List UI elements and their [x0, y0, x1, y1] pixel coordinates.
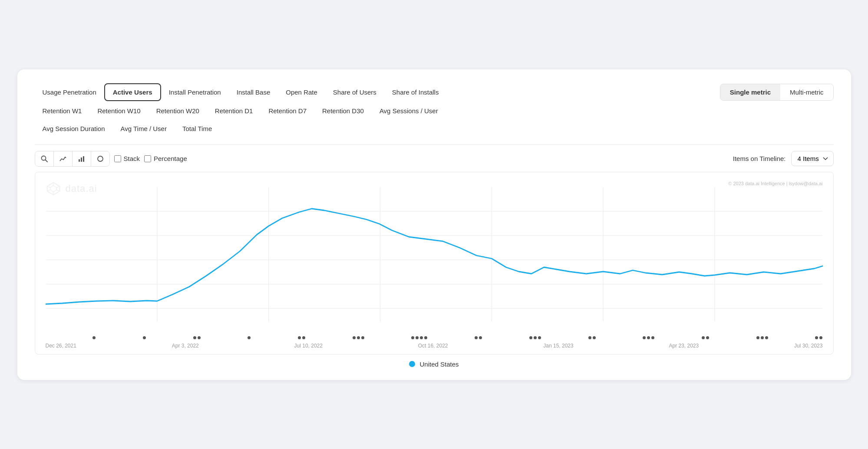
- svg-rect-3: [81, 157, 82, 162]
- timeline-dot: [765, 336, 768, 339]
- zoom-icon: [40, 155, 48, 163]
- timeline-dot: [361, 336, 364, 339]
- x-label-1: Apr 3, 2022: [172, 343, 199, 349]
- timeline-dot: [706, 336, 709, 339]
- x-label-2: Jul 10, 2022: [294, 343, 323, 349]
- svg-line-1: [45, 160, 47, 162]
- timeline-dot: [588, 336, 591, 339]
- percentage-label: Percentage: [154, 155, 187, 162]
- main-card: Usage Penetration Active Users Install P…: [17, 69, 851, 380]
- tab-open-rate[interactable]: Open Rate: [278, 84, 325, 100]
- timeline-dot: [248, 336, 251, 339]
- timeline-dot: [92, 336, 96, 339]
- timeline-dot: [647, 336, 650, 339]
- timeline-controls: Items on Timeline: 1 Item 2 Items 3 Item…: [733, 151, 834, 166]
- tab-retention-d1[interactable]: Retention D1: [207, 103, 261, 119]
- tabs-row1: Usage Penetration Active Users Install P…: [35, 83, 834, 101]
- tab-retention-d7[interactable]: Retention D7: [261, 103, 314, 119]
- timeline-dot: [593, 336, 596, 339]
- tab-retention-w1[interactable]: Retention W1: [35, 103, 90, 119]
- dots-row: [46, 334, 823, 340]
- timeline-select[interactable]: 1 Item 2 Items 3 Items 4 Items 5 Items: [791, 151, 834, 166]
- timeline-dot: [198, 336, 201, 339]
- tab-retention-w10[interactable]: Retention W10: [89, 103, 148, 119]
- line-chart-icon: [59, 155, 67, 163]
- timeline-dot: [479, 336, 482, 339]
- svg-point-6: [99, 157, 102, 160]
- legend-dot: [409, 361, 415, 367]
- tab-active-users[interactable]: Active Users: [104, 83, 161, 101]
- line-chart-svg: [46, 187, 823, 334]
- legend-label: United States: [419, 361, 459, 368]
- x-label-3: Oct 16, 2022: [418, 343, 448, 349]
- tabs-row2: Retention W1 Retention W10 Retention W20…: [35, 103, 834, 119]
- timeline-dot: [357, 336, 360, 339]
- timeline-dot: [424, 336, 427, 339]
- tabs-row3: Avg Session Duration Avg Time / User Tot…: [35, 121, 834, 137]
- stack-checkbox[interactable]: [114, 155, 121, 162]
- tab-total-time[interactable]: Total Time: [175, 121, 220, 137]
- timeline-dot: [302, 336, 305, 339]
- x-axis-labels: Dec 26, 2021 Apr 3, 2022 Jul 10, 2022 Oc…: [46, 343, 823, 349]
- timeline-dot: [353, 336, 356, 339]
- tab-share-of-installs[interactable]: Share of Installs: [384, 84, 447, 100]
- bar-chart-icon: [78, 155, 86, 163]
- timeline-dot: [416, 336, 419, 339]
- timeline-dot: [420, 336, 423, 339]
- percentage-checkbox[interactable]: [144, 155, 151, 162]
- tab-avg-session-duration[interactable]: Avg Session Duration: [35, 121, 113, 137]
- donut-icon-btn[interactable]: [91, 151, 109, 166]
- svg-rect-2: [79, 159, 80, 162]
- divider: [35, 144, 834, 145]
- bar-chart-icon-btn[interactable]: [73, 151, 91, 166]
- copyright-text: © 2023 data.ai Intelligence | lsydow@dat…: [728, 181, 822, 186]
- tab-install-base[interactable]: Install Base: [229, 84, 278, 100]
- timeline-dot: [643, 336, 646, 339]
- timeline-label: Items on Timeline:: [733, 155, 786, 162]
- timeline-dot: [702, 336, 705, 339]
- tab-share-of-users[interactable]: Share of Users: [325, 84, 384, 100]
- timeline-dot: [143, 336, 146, 339]
- timeline-dot: [756, 336, 759, 339]
- multi-metric-btn[interactable]: Multi-metric: [780, 84, 833, 100]
- x-label-5: Apr 23, 2023: [669, 343, 699, 349]
- tab-usage-penetration[interactable]: Usage Penetration: [35, 84, 104, 100]
- chart-container: data.ai © 2023 data.ai Intelligence | ls…: [35, 172, 834, 354]
- metric-mode-group: Single metric Multi-metric: [720, 84, 834, 101]
- line-chart-icon-btn[interactable]: [54, 151, 73, 166]
- stack-checkbox-label[interactable]: Stack: [114, 155, 140, 162]
- donut-chart-icon: [96, 155, 104, 163]
- timeline-dot: [761, 336, 764, 339]
- timeline-dot: [529, 336, 532, 339]
- chart-legend: United States: [35, 361, 834, 368]
- x-label-6: Jul 30, 2023: [794, 343, 822, 349]
- timeline-dot: [411, 336, 414, 339]
- tab-avg-sessions-user[interactable]: Avg Sessions / User: [372, 103, 446, 119]
- chart-controls: Stack Percentage Items on Timeline: 1 It…: [35, 151, 834, 167]
- timeline-dot: [815, 336, 818, 339]
- chart-type-group: [35, 151, 110, 167]
- single-metric-btn[interactable]: Single metric: [720, 84, 780, 100]
- tab-avg-time-user[interactable]: Avg Time / User: [112, 121, 174, 137]
- svg-rect-4: [83, 156, 84, 162]
- x-label-4: Jan 15, 2023: [543, 343, 573, 349]
- x-label-0: Dec 26, 2021: [46, 343, 76, 349]
- timeline-dot: [298, 336, 301, 339]
- percentage-checkbox-label[interactable]: Percentage: [144, 155, 187, 162]
- chart-area: [46, 187, 823, 334]
- tab-retention-d30[interactable]: Retention D30: [314, 103, 372, 119]
- zoom-icon-btn[interactable]: [35, 151, 54, 166]
- timeline-dot: [193, 336, 196, 339]
- stack-label: Stack: [124, 155, 140, 162]
- timeline-dot: [475, 336, 478, 339]
- tab-install-penetration[interactable]: Install Penetration: [161, 84, 229, 100]
- timeline-dot: [534, 336, 537, 339]
- tab-retention-w20[interactable]: Retention W20: [149, 103, 207, 119]
- timeline-dot: [819, 336, 822, 339]
- timeline-dot: [651, 336, 654, 339]
- timeline-dot: [538, 336, 541, 339]
